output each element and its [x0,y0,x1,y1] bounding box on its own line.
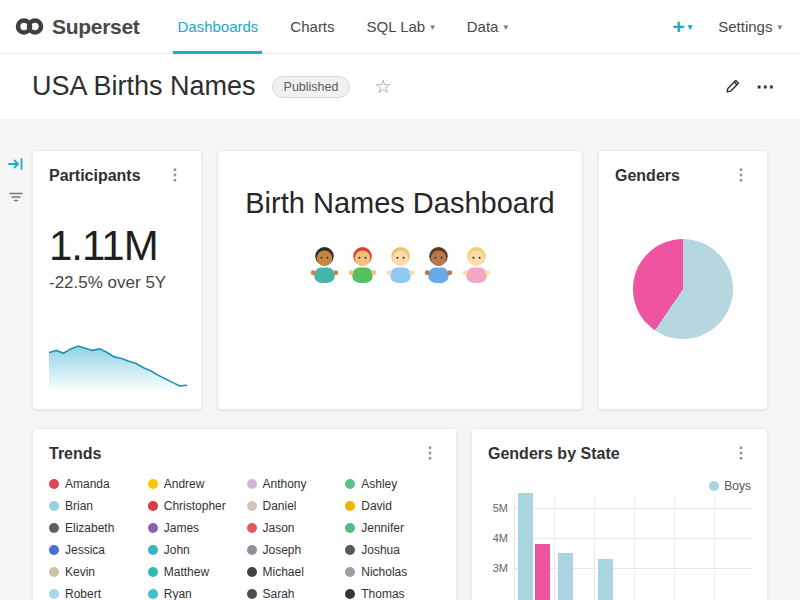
card-title: Genders by State [488,445,620,463]
legend-label: James [164,521,199,535]
legend-item[interactable]: Christopher [148,499,243,513]
kebab-menu-icon[interactable]: ⋮ [420,445,440,461]
bar-boys[interactable] [558,553,573,600]
legend-item[interactable]: Jennifer [345,521,440,535]
legend-item[interactable]: Sarah [247,587,342,600]
nav-label: Data [467,18,499,35]
legend-item[interactable]: Robert [49,587,144,600]
genders-pie[interactable] [633,239,733,339]
gridline-vertical [634,499,635,600]
kebab-menu-icon[interactable]: ⋮ [731,445,751,461]
legend-color-dot [247,589,257,599]
card-header: Participants ⋮ [49,167,185,185]
nav-label: SQL Lab [367,18,426,35]
legend-item[interactable]: Andrew [148,477,243,491]
legend-item[interactable]: Matthew [148,565,243,579]
settings-label: Settings [718,18,772,35]
legend-label: Nicholas [361,565,407,579]
legend-label: Andrew [164,477,205,491]
big-number-subheader: -22.5% over 5Y [49,273,185,293]
kebab-menu-icon[interactable]: ⋮ [731,167,751,183]
y-axis-tick: 4M [488,532,508,544]
legend-label: Michael [263,565,304,579]
child-figure-icon [461,246,492,285]
favorite-star-icon[interactable]: ☆ [374,75,391,98]
legend-label: Kevin [65,565,95,579]
legend-item[interactable]: Anthony [247,477,342,491]
legend-label: Elizabeth [65,521,114,535]
legend-label: Sarah [263,587,295,600]
published-badge[interactable]: Published [272,76,351,98]
filters-icon[interactable] [7,188,25,206]
legend-item[interactable]: Kevin [49,565,144,579]
superset-app: Superset Dashboards Charts SQL Lab ▾ Dat… [0,0,800,600]
legend-item[interactable]: Elizabeth [49,521,144,535]
legend-color-dot [148,523,158,533]
card-header: Genders ⋮ [615,167,751,185]
legend-item[interactable]: Daniel [247,499,342,513]
nav-sql-lab[interactable]: SQL Lab ▾ [351,0,451,54]
legend-item[interactable]: James [148,521,243,535]
expand-filter-bar-icon[interactable] [7,155,25,173]
legend-label: Thomas [361,587,404,600]
dashboard-header: USA Births Names Published ☆ ⋯ [0,54,800,120]
legend-color-dot [345,589,355,599]
main-nav: Dashboards Charts SQL Lab ▾ Data ▾ [161,0,523,54]
legend-color-dot [345,545,355,555]
legend-label: Anthony [263,477,307,491]
legend-label: Jason [263,521,295,535]
card-header: Genders by State ⋮ [488,445,751,463]
legend-item[interactable]: Ashley [345,477,440,491]
legend-color-dot [148,567,158,577]
child-figure-icon [347,246,378,285]
chevron-down-icon: ▾ [777,21,782,32]
legend-item[interactable]: Brian [49,499,144,513]
more-options-icon[interactable]: ⋯ [756,77,776,96]
legend-item[interactable]: Joshua [345,543,440,557]
legend-label: John [164,543,190,557]
legend-item[interactable]: Michael [247,565,342,579]
legend-color-dot [247,523,257,533]
gridline-vertical [714,499,715,600]
genders-by-state-card: Genders by State ⋮ Boys 5M4M3M [471,428,768,600]
legend-item[interactable]: David [345,499,440,513]
gridline-vertical [594,499,595,600]
kebab-menu-icon[interactable]: ⋮ [165,167,185,183]
legend-item[interactable]: John [148,543,243,557]
nav-charts[interactable]: Charts [274,0,350,54]
bar-girls[interactable] [535,544,550,600]
card-title: Genders [615,167,680,185]
legend-item[interactable]: Nicholas [345,565,440,579]
legend-label: Ashley [361,477,397,491]
pie-wrap [615,185,751,393]
legend-color-dot [345,523,355,533]
superset-logo[interactable]: Superset [14,15,139,39]
legend-color-dot [247,567,257,577]
navbar-right: + ▾ Settings ▾ [672,15,782,39]
bar-boys[interactable] [518,493,533,600]
legend-item[interactable]: Joseph [247,543,342,557]
legend-color-dot [247,501,257,511]
legend-item[interactable]: Amanda [49,477,144,491]
legend-item[interactable]: Ryan [148,587,243,600]
nav-dashboards[interactable]: Dashboards [161,0,274,54]
participants-card: Participants ⋮ 1.11M -22.5% over 5Y [32,150,202,410]
dashboard-row-2: Trends ⋮ AmandaAndrewAnthonyAshleyBrianC… [32,428,768,600]
settings-menu[interactable]: Settings ▾ [718,18,782,35]
card-title: Trends [49,445,101,463]
new-item-button[interactable]: + ▾ [672,15,692,39]
legend-color-dot [49,567,59,577]
trends-card: Trends ⋮ AmandaAndrewAnthonyAshleyBrianC… [32,428,457,600]
legend-item[interactable]: Jason [247,521,342,535]
trendline-area [49,346,187,389]
legend-color-dot [148,545,158,555]
nav-label: Charts [290,18,334,35]
genders-by-state-plot: 5M4M3M [488,487,751,600]
legend-label: Daniel [263,499,297,513]
legend-label: Jessica [65,543,105,557]
legend-item[interactable]: Jessica [49,543,144,557]
bar-boys[interactable] [598,559,613,600]
nav-data[interactable]: Data ▾ [451,0,524,54]
legend-item[interactable]: Thomas [345,587,440,600]
edit-pencil-icon[interactable] [724,78,741,95]
